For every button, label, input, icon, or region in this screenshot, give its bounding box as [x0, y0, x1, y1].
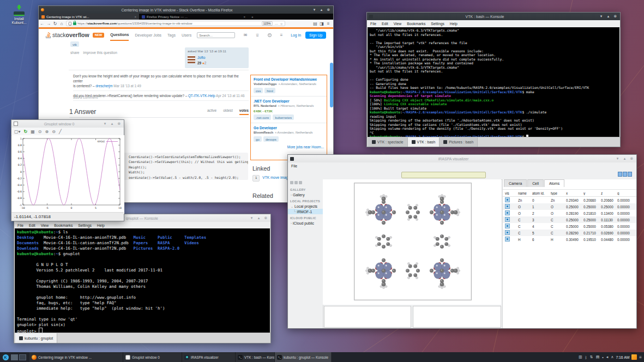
menu-item-help[interactable]: Help [97, 224, 105, 227]
konsole-titlebar[interactable]: VTK : bash — Konsole ▾▴⊗ [367, 13, 620, 20]
menu-item-settings[interactable]: Settings [78, 224, 92, 227]
sidebar-item-icloud-public[interactable]: ›iCloud public [288, 220, 323, 226]
sidebar-item-irmof-1[interactable]: └IRMOF-1 [288, 209, 323, 214]
visibility-checkbox[interactable] [503, 217, 518, 222]
minimize-icon[interactable]: ▾ [249, 216, 254, 220]
menu-item-file[interactable]: File [370, 22, 376, 26]
replot-icon[interactable]: ↻ [24, 129, 28, 134]
visibility-checkbox[interactable] [503, 204, 518, 209]
achievements-trophy-icon[interactable]: ♕ [255, 33, 260, 38]
user-avatar[interactable] [188, 56, 195, 63]
inbox-icon[interactable]: ✉ [243, 33, 248, 38]
maximize-icon[interactable]: ▴ [256, 216, 261, 220]
url-text[interactable]: https://stackoverflow.com/questions/1539… [77, 22, 262, 25]
reload-icon[interactable]: ↻ [52, 21, 58, 26]
menu-item-edit[interactable]: Edit [29, 224, 35, 227]
table-row[interactable]: C3C0.250000.250000.111300.00000 [503, 216, 636, 223]
menu-item-settings[interactable]: Settings [431, 22, 444, 26]
taskbar-task[interactable]: >_VTK : bash — Konsole [236, 352, 275, 362]
terminal-tab[interactable]: VTK : bash [408, 137, 440, 147]
visibility-checkbox[interactable] [503, 230, 518, 236]
table-row[interactable]: C5C0.282900.217100.026900.00000 [503, 230, 636, 236]
menu-item-file[interactable]: File [17, 224, 23, 227]
visibility-checkbox[interactable] [503, 224, 518, 229]
clock[interactable]: 7:16 AM [616, 355, 629, 359]
virtual-desktop-2[interactable] [19, 354, 26, 360]
question-tag-vtk[interactable]: vtk [70, 41, 79, 47]
back-icon[interactable]: ← [39, 21, 45, 26]
desktop-icon-install-kubuntu[interactable]: Install Kubunt... [3, 7, 35, 25]
close-icon[interactable]: ⊗ [263, 216, 268, 220]
job-tag[interactable]: css [254, 88, 263, 93]
nav-item-developer-jobs[interactable]: Developer Jobs [135, 29, 161, 41]
table-row[interactable]: O2O0.281900.218100.134000.00000 [503, 210, 636, 216]
terminal-tab[interactable]: Pictures : bash [440, 137, 478, 147]
layout-button[interactable] [628, 172, 632, 177]
library-icon[interactable]: ▤ [312, 21, 318, 26]
user-name-link[interactable]: Jofto [197, 56, 205, 59]
sidebar-item-gallery[interactable]: ›Gallery [288, 192, 323, 197]
job-tag[interactable]: kubernetes [273, 114, 294, 120]
job-tag[interactable]: devops [263, 136, 279, 142]
table-row[interactable]: Zn0Zn0.293400.206600.206600.00000 [503, 197, 636, 203]
sort-tab-oldest[interactable]: oldest [223, 108, 233, 115]
window-controls[interactable]: ▾▴⊗ [310, 8, 333, 12]
add-comment-link[interactable]: add a comment [73, 95, 98, 99]
maximize-icon[interactable]: ▴ [622, 156, 627, 161]
window-controls[interactable]: ▾▴⊗ [247, 216, 270, 220]
close-icon[interactable]: ⊗ [326, 8, 331, 12]
nav-item-users[interactable]: Users [182, 29, 191, 41]
close-icon[interactable]: ⊗ [117, 122, 122, 126]
minimize-icon[interactable]: ▾ [103, 122, 107, 126]
nav-item-tags[interactable]: Tags [167, 29, 176, 41]
minimize-icon[interactable]: ▾ [615, 156, 620, 161]
volume-icon[interactable]: ◂ [606, 355, 609, 359]
close-icon[interactable]: ⊗ [613, 14, 618, 19]
sort-tab-active[interactable]: active [207, 108, 216, 115]
menu-item-bookmarks[interactable]: Bookmarks [54, 224, 73, 227]
close-icon[interactable]: ⊗ [629, 156, 634, 161]
search-input[interactable] [197, 32, 235, 38]
view-layout-buttons[interactable] [618, 172, 632, 177]
bluetooth-icon[interactable]: ᛒ [585, 355, 587, 359]
comment-author-link[interactable]: QT-ITK-VTK-Help [188, 94, 215, 98]
job-title[interactable]: .NET Core Developer [254, 99, 324, 103]
layout-button[interactable] [623, 172, 627, 177]
tab-close-icon[interactable]: × [134, 15, 136, 19]
browser-tab-active[interactable]: Centering image in VTK wi... × [39, 14, 139, 20]
zoom-previous-icon[interactable]: ⊙ [38, 129, 42, 134]
terminal-tab[interactable]: kubuntu : gnuplot [15, 333, 57, 343]
share-link[interactable]: share [70, 51, 80, 55]
job-tag[interactable]: go [254, 136, 262, 142]
taskbar-task[interactable]: >_kubuntu : gnuplot — Konsole [275, 352, 332, 362]
export-icon[interactable]: ▢▾ [14, 129, 21, 134]
sidebar-view-toggle-icons[interactable] [288, 179, 323, 186]
forward-icon[interactable]: → [45, 21, 52, 26]
job-listing[interactable]: Go DeveloperBloomReach⌖Amsterdam, Nether… [254, 126, 324, 142]
tab-cell[interactable]: Cell [527, 179, 544, 187]
page-info-icon[interactable]: i [68, 22, 72, 26]
window-controls[interactable]: ▾▴⊗ [100, 122, 124, 126]
notifications-icon[interactable] [631, 354, 637, 360]
maximize-icon[interactable]: ▴ [319, 8, 324, 12]
bookmark-star-icon[interactable]: ☆ [280, 22, 283, 26]
job-listing[interactable]: .NET Core DeveloperRTL Nederland⌖Hilvers… [254, 99, 324, 120]
minimize-icon[interactable]: ▾ [599, 14, 604, 19]
expand-caret-icon[interactable]: ∧ [611, 355, 613, 359]
window-controls[interactable]: ▾▴⊗ [597, 14, 620, 19]
molecule-viewport[interactable] [323, 179, 501, 305]
minimize-icon[interactable]: ▾ [312, 8, 317, 12]
menu-item-edit[interactable]: Edit [382, 22, 388, 26]
panel-settings-icon[interactable]: ≡ [639, 355, 642, 360]
firefox-titlebar[interactable]: Centering image in VTK window - Stack Ov… [39, 6, 333, 14]
updates-icon[interactable]: ⇅ [590, 355, 593, 359]
visibility-checkbox[interactable] [503, 237, 518, 242]
zoom-out-icon[interactable]: ⊖ [52, 129, 56, 134]
sidebar-icon[interactable]: ◨ [318, 21, 325, 26]
menu-icon[interactable]: ≡ [325, 21, 332, 26]
sort-tab-votes[interactable]: votes [239, 108, 249, 115]
menu-item-view[interactable]: View [41, 224, 49, 227]
new-tab-button[interactable]: + [248, 14, 257, 20]
sidebar-item-local-projects[interactable]: ⌄Local projects [288, 203, 323, 209]
home-icon[interactable]: ⌂ [58, 21, 65, 26]
